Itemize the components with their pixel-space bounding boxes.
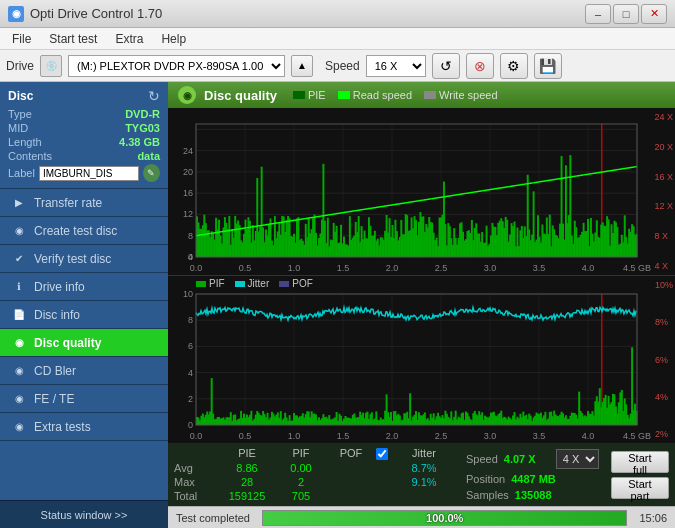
bottom-legend: PIF Jitter POF xyxy=(196,278,313,289)
action-buttons: Start full Start part xyxy=(611,451,669,499)
menu-extra[interactable]: Extra xyxy=(107,30,151,48)
speed-dropdown[interactable]: 4 X2 X8 X xyxy=(556,449,599,469)
top-y-axis-right: 24 X 20 X 16 X 12 X 8 X 4 X xyxy=(654,108,673,275)
sidebar-item-label: FE / TE xyxy=(34,392,74,406)
stats-total-row: Total 159125 705 xyxy=(174,490,454,502)
timestamp: 15:06 xyxy=(631,512,675,524)
stats-avg-label: Avg xyxy=(174,462,218,474)
disc-label-edit-button[interactable]: ✎ xyxy=(143,164,160,182)
y-label-16x: 16 X xyxy=(654,172,673,182)
pie-legend-label: PIE xyxy=(308,89,326,101)
read-speed-legend-label: Read speed xyxy=(353,89,412,101)
menu-help[interactable]: Help xyxy=(153,30,194,48)
samples-label: Samples xyxy=(466,489,509,501)
stats-max-pif: 2 xyxy=(276,476,326,488)
sidebar: Disc ↻ Type DVD-R MID TYG03 Length 4.38 … xyxy=(0,82,168,528)
sidebar-item-transfer-rate[interactable]: ▶ Transfer rate xyxy=(0,189,168,217)
start-part-button[interactable]: Start part xyxy=(611,477,669,499)
sidebar-item-extra-tests[interactable]: ◉ Extra tests xyxy=(0,413,168,441)
position-label: Position xyxy=(466,473,505,485)
right-panel: ◉ Disc quality PIE Read speed Write spee… xyxy=(168,82,675,528)
sidebar-item-label: CD Bler xyxy=(34,364,76,378)
sidebar-item-label: Drive info xyxy=(34,280,85,294)
speed-row: Speed 4.07 X 4 X2 X8 X xyxy=(466,449,599,469)
verify-test-disc-icon: ✔ xyxy=(12,252,26,266)
stats-h-pof: POF xyxy=(326,447,376,460)
jitter-legend-color xyxy=(235,281,245,287)
start-full-button[interactable]: Start full xyxy=(611,451,669,473)
close-button[interactable]: ✕ xyxy=(641,4,667,24)
menu-file[interactable]: File xyxy=(4,30,39,48)
progress-bar: 100.0% xyxy=(262,510,627,526)
speed-value: 4.07 X xyxy=(504,453,550,465)
save-button[interactable]: 💾 xyxy=(534,53,562,79)
y-pct-8: 8% xyxy=(655,317,673,327)
sidebar-item-label: Verify test disc xyxy=(34,252,111,266)
sidebar-item-disc-info[interactable]: 📄 Disc info xyxy=(0,301,168,329)
stats-max-label: Max xyxy=(174,476,218,488)
cd-bler-icon: ◉ xyxy=(12,364,26,378)
pif-legend-label: PIF xyxy=(209,278,225,289)
status-window-button[interactable]: Status window >> xyxy=(0,500,168,528)
sidebar-item-fe-te[interactable]: ◉ FE / TE xyxy=(0,385,168,413)
samples-value: 135088 xyxy=(515,489,552,501)
erase-button[interactable]: ⊗ xyxy=(466,53,494,79)
y-label-20x: 20 X xyxy=(654,142,673,152)
stats-avg-jitter: 8.7% xyxy=(394,462,454,474)
stats-total-pof xyxy=(326,490,376,502)
sidebar-item-create-test-disc[interactable]: ◉ Create test disc xyxy=(0,217,168,245)
sidebar-item-label: Transfer rate xyxy=(34,196,102,210)
drive-icon: 💿 xyxy=(40,55,62,77)
stats-max-pie: 28 xyxy=(218,476,276,488)
disc-type-label: Type xyxy=(8,108,32,120)
jitter-checkbox[interactable] xyxy=(376,448,388,460)
maximize-button[interactable]: □ xyxy=(613,4,639,24)
minimize-button[interactable]: – xyxy=(585,4,611,24)
stats-h-pif: PIF xyxy=(276,447,326,460)
stats-panel: PIE PIF POF Jitter Avg 8.86 0.00 8.7% xyxy=(168,443,675,506)
sidebar-item-verify-test-disc[interactable]: ✔ Verify test disc xyxy=(0,245,168,273)
y-pct-2: 2% xyxy=(655,429,673,439)
pif-legend-color xyxy=(196,281,206,287)
disc-quality-icon: ◉ xyxy=(12,336,26,350)
refresh-button[interactable]: ↺ xyxy=(432,53,460,79)
test-completed-label: Test completed xyxy=(168,512,258,524)
transfer-rate-icon: ▶ xyxy=(12,196,26,210)
sidebar-item-cd-bler[interactable]: ◉ CD Bler xyxy=(0,357,168,385)
disc-quality-title: Disc quality xyxy=(204,88,277,103)
disc-info-icon: 📄 xyxy=(12,308,26,322)
menu-starttest[interactable]: Start test xyxy=(41,30,105,48)
y-pct-10: 10% xyxy=(655,280,673,290)
sidebar-item-label: Extra tests xyxy=(34,420,91,434)
stats-total-jitter xyxy=(394,490,454,502)
pof-legend-color xyxy=(279,281,289,287)
drive-select[interactable]: (M:) PLEXTOR DVDR PX-890SA 1.00 xyxy=(68,55,285,77)
write-speed-legend-label: Write speed xyxy=(439,89,498,101)
speed-select[interactable]: 16 X 4 X 8 X 12 X Max xyxy=(366,55,426,77)
disc-contents-label: Contents xyxy=(8,150,52,162)
settings-button[interactable]: ⚙ xyxy=(500,53,528,79)
disc-quality-icon: ◉ xyxy=(178,86,196,104)
chart-legend: PIE Read speed Write speed xyxy=(293,89,498,101)
y-label-24x: 24 X xyxy=(654,112,673,122)
sidebar-item-label: Disc info xyxy=(34,308,80,322)
pof-legend-label: POF xyxy=(292,278,313,289)
disc-mid-label: MID xyxy=(8,122,28,134)
disc-panel-title: Disc xyxy=(8,89,33,103)
disc-length-value: 4.38 GB xyxy=(119,136,160,148)
sidebar-item-drive-info[interactable]: ℹ Drive info xyxy=(0,273,168,301)
stats-max-jitter: 9.1% xyxy=(394,476,454,488)
stats-header-row: PIE PIF POF Jitter xyxy=(174,447,454,460)
samples-row: Samples 135088 xyxy=(466,489,599,501)
speed-label: Speed xyxy=(466,453,498,465)
disc-refresh-icon[interactable]: ↻ xyxy=(148,88,160,104)
drive-eject-button[interactable]: ▲ xyxy=(291,55,313,77)
disc-label-input[interactable] xyxy=(39,166,139,181)
bottom-y-axis-right: 10% 8% 6% 4% 2% xyxy=(655,276,673,443)
drive-info-icon: ℹ xyxy=(12,280,26,294)
y-pct-4: 4% xyxy=(655,392,673,402)
sidebar-item-disc-quality[interactable]: ◉ Disc quality xyxy=(0,329,168,357)
main-container: Disc ↻ Type DVD-R MID TYG03 Length 4.38 … xyxy=(0,82,675,528)
disc-mid-value: TYG03 xyxy=(125,122,160,134)
app-icon: ◉ xyxy=(8,6,24,22)
